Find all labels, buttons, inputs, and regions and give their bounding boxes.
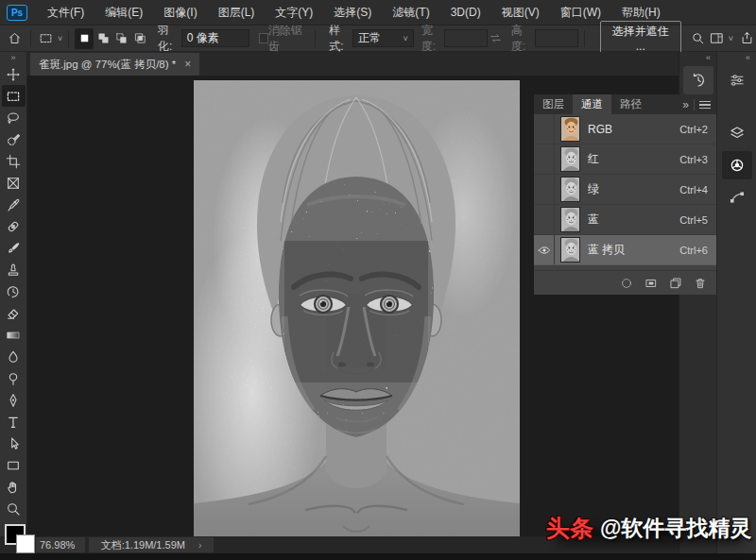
channel-thumbnail xyxy=(560,146,580,172)
channel-row-0[interactable]: RGBCtrl+2 xyxy=(534,114,716,144)
separator xyxy=(694,99,695,110)
share-icon[interactable] xyxy=(737,28,756,49)
eyedropper-tool[interactable] xyxy=(2,194,26,215)
separator xyxy=(68,30,69,47)
panel-bottom-bar xyxy=(534,270,716,295)
path-selection-tool[interactable] xyxy=(2,433,26,454)
intersect-selection-icon[interactable] xyxy=(131,28,150,49)
visibility-toggle[interactable] xyxy=(534,175,555,204)
background-color-swatch[interactable] xyxy=(16,535,35,553)
paths-panel-icon[interactable] xyxy=(722,183,752,212)
lasso-tool[interactable] xyxy=(2,107,26,128)
chevron-down-icon[interactable]: ˅ xyxy=(58,34,62,43)
channel-thumbnail xyxy=(560,177,580,202)
channel-row-2[interactable]: 绿Ctrl+4 xyxy=(534,175,716,205)
brush-tool[interactable] xyxy=(2,237,26,259)
menu-item-1[interactable]: 编辑(E) xyxy=(94,0,153,25)
rect-marquee-tool[interactable] xyxy=(2,85,26,107)
crop-tool[interactable] xyxy=(2,150,26,172)
channel-list: RGBCtrl+2红Ctrl+3绿Ctrl+4蓝Ctrl+5蓝 拷贝Ctrl+6 xyxy=(534,114,716,270)
menu-item-3[interactable]: 图层(L) xyxy=(208,0,266,25)
status-chevron-icon[interactable]: › xyxy=(198,540,201,551)
menu-items: 文件(F)编辑(E)图像(I)图层(L)文字(Y)选择(S)滤镜(T)3D(D)… xyxy=(37,0,671,25)
search-icon[interactable] xyxy=(689,28,708,49)
menu-item-7[interactable]: 3D(D) xyxy=(440,0,491,25)
panel-menu-icon[interactable] xyxy=(699,101,711,109)
channels-panel-icon[interactable] xyxy=(722,151,752,179)
visibility-toggle[interactable] xyxy=(534,114,555,144)
collapse-dock-icon[interactable]: « xyxy=(717,52,756,64)
select-and-mask-button[interactable]: 选择并遮住 ... xyxy=(600,21,681,56)
save-selection-icon[interactable] xyxy=(644,277,658,290)
eraser-tool[interactable] xyxy=(2,302,26,324)
zoom-level-field[interactable]: 76.98% xyxy=(36,537,85,552)
new-selection-icon[interactable] xyxy=(75,28,94,49)
expand-panel-icon[interactable]: » xyxy=(682,98,689,111)
blur-tool[interactable] xyxy=(2,346,26,367)
menu-item-0[interactable]: 文件(F) xyxy=(37,0,94,25)
document-info[interactable]: 文档:1.19M/1.59M › xyxy=(89,537,214,552)
channel-name: 红 xyxy=(588,151,679,167)
load-selection-icon[interactable] xyxy=(620,277,633,290)
tab-layers[interactable]: 图层 xyxy=(534,94,573,114)
type-tool[interactable] xyxy=(2,411,26,433)
shape-tool[interactable] xyxy=(2,454,26,476)
add-to-selection-icon[interactable] xyxy=(94,28,112,49)
visibility-toggle[interactable] xyxy=(534,144,555,174)
history-panel-icon[interactable] xyxy=(683,66,713,94)
clone-stamp-tool[interactable] xyxy=(2,259,26,280)
options-bar: ˅ 羽化: 消除锯齿 样式: 正常 ˅ 宽度: 高度: 选择并遮住 ... ˅ xyxy=(0,25,756,52)
tab-channels[interactable]: 通道 xyxy=(573,94,611,114)
channel-shortcut: Ctrl+6 xyxy=(679,245,708,256)
visibility-toggle-eye-icon[interactable] xyxy=(534,235,555,264)
new-channel-icon[interactable] xyxy=(669,277,682,290)
height-input[interactable] xyxy=(535,29,578,47)
frame-tool[interactable] xyxy=(2,172,26,194)
style-select[interactable]: 正常 ˅ xyxy=(352,29,414,47)
separator xyxy=(315,30,316,47)
pen-tool[interactable] xyxy=(2,389,26,411)
channel-name: 蓝 拷贝 xyxy=(588,242,679,258)
healing-brush-tool[interactable] xyxy=(2,215,26,237)
chevron-down-icon[interactable]: ˅ xyxy=(729,34,733,43)
channel-row-4[interactable]: 蓝 拷贝Ctrl+6 xyxy=(534,235,716,265)
channels-panel: 图层 通道 路径 » RGBCtrl+2红Ctrl+3绿Ctrl+4蓝Ctrl+… xyxy=(534,94,716,295)
properties-panel-icon[interactable] xyxy=(722,66,752,94)
dodge-tool[interactable] xyxy=(2,367,26,389)
document-size-text: 文档:1.19M/1.59M xyxy=(101,538,185,552)
workspace-icon[interactable] xyxy=(708,28,727,49)
layers-panel-icon[interactable] xyxy=(722,119,752,147)
gradient-tool[interactable] xyxy=(2,324,26,346)
channel-shortcut: Ctrl+2 xyxy=(679,124,708,135)
watermark-handle: @软件寻找精灵 xyxy=(600,514,751,543)
channel-row-1[interactable]: 红Ctrl+3 xyxy=(534,144,716,175)
panel-dock-primary: « xyxy=(716,52,756,553)
document-tab-title: 雀斑.jpg @ 77%(蓝 拷贝/8) * xyxy=(39,58,176,72)
collapse-tools-icon[interactable]: » xyxy=(0,52,26,63)
document-tab[interactable]: 雀斑.jpg @ 77%(蓝 拷贝/8) * × xyxy=(30,53,199,76)
move-tool[interactable] xyxy=(2,63,26,85)
channel-row-3[interactable]: 蓝Ctrl+5 xyxy=(534,205,716,235)
watermark-brand: 头条 xyxy=(546,513,593,544)
delete-channel-icon[interactable] xyxy=(694,277,707,290)
visibility-toggle[interactable] xyxy=(534,205,555,234)
tab-paths[interactable]: 路径 xyxy=(611,94,650,114)
close-icon[interactable]: × xyxy=(184,58,191,71)
document-image xyxy=(194,80,520,536)
quick-selection-tool[interactable] xyxy=(2,128,26,150)
antialias-checkbox[interactable] xyxy=(259,33,268,43)
width-input[interactable] xyxy=(444,29,488,47)
photoshop-window: Ps 文件(F)编辑(E)图像(I)图层(L)文字(Y)选择(S)滤镜(T)3D… xyxy=(0,0,756,560)
zoom-tool[interactable] xyxy=(2,498,26,519)
collapse-dock-icon[interactable]: « xyxy=(679,52,716,64)
home-icon[interactable] xyxy=(6,28,25,49)
hand-tool[interactable] xyxy=(2,476,26,498)
feather-input[interactable] xyxy=(181,29,249,47)
history-brush-tool[interactable] xyxy=(2,280,26,302)
channel-thumbnail xyxy=(560,116,580,142)
swap-dimensions-icon[interactable] xyxy=(488,28,503,49)
antialias-label: 消除锯齿 xyxy=(268,23,309,55)
width-label: 宽度: xyxy=(421,23,445,55)
subtract-from-selection-icon[interactable] xyxy=(112,28,131,49)
active-tool-preset-icon[interactable] xyxy=(37,28,56,49)
